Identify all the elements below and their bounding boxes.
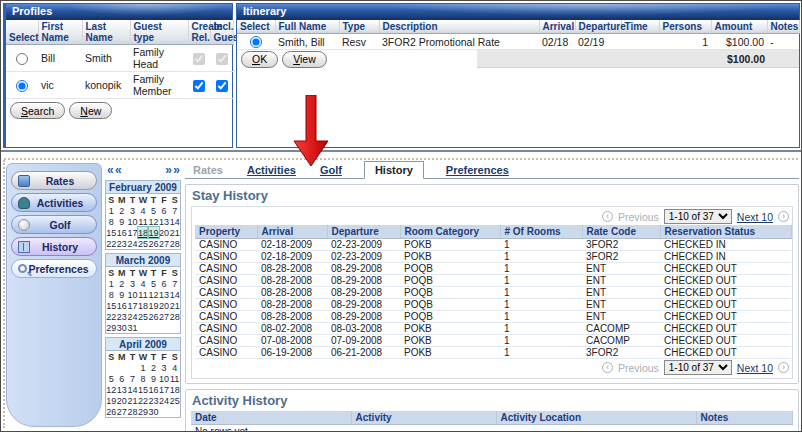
itinerary-row[interactable]: Smith, Bill Resv 3FOR2 Promotional Rate … <box>237 34 799 50</box>
calendar-day[interactable]: 14 <box>169 216 180 227</box>
next-page-icon[interactable]: › <box>778 362 789 373</box>
table-row[interactable]: CASINO08-02-200808-03-2008POKB1CACOMPCHE… <box>195 323 791 335</box>
calendar-day[interactable]: 26 <box>106 406 117 417</box>
profile-row[interactable]: vic konopik Family Member <box>6 72 233 99</box>
previous-page-icon[interactable]: ‹ <box>602 211 613 222</box>
calendar-day[interactable]: 6 <box>159 278 170 289</box>
calendar-day[interactable]: 5 <box>148 278 159 289</box>
calendar-day[interactable]: 16 <box>117 227 128 238</box>
calendar-day[interactable]: 2 <box>117 205 128 216</box>
calendar-day[interactable]: 19 <box>148 300 159 311</box>
calendar-day[interactable]: 13 <box>117 384 128 395</box>
calendar-day[interactable]: 17 <box>159 384 170 395</box>
tab-activities[interactable]: Activities <box>245 162 298 178</box>
calendar-day[interactable]: 4 <box>138 278 149 289</box>
calendar-day[interactable]: 23 <box>148 395 159 406</box>
calendar-next-icon[interactable]: » » <box>165 163 179 177</box>
calendar-day[interactable]: 11 <box>169 373 180 384</box>
calendar-day[interactable]: 2 <box>117 278 128 289</box>
calendar-day[interactable]: 14 <box>169 289 180 300</box>
calendar-day[interactable]: 2 <box>148 362 159 373</box>
next-link[interactable]: Next 10 <box>737 362 773 374</box>
calendar-day[interactable]: 25 <box>138 311 149 322</box>
profile-select-radio[interactable] <box>16 53 28 65</box>
table-row[interactable]: CASINO06-19-200806-21-2008POKB13FOR2CHEC… <box>195 347 791 359</box>
calendar-day[interactable]: 15 <box>106 227 117 238</box>
calendar-day[interactable]: 10 <box>127 216 138 227</box>
next-page-icon[interactable]: › <box>778 211 789 222</box>
calendar-day[interactable]: 18 <box>138 300 149 311</box>
calendar-day[interactable]: 25 <box>138 238 149 249</box>
table-row[interactable]: CASINO07-08-200807-09-2008POKB1CACOMPCHE… <box>195 335 791 347</box>
calendar-day[interactable]: 6 <box>159 205 170 216</box>
calendar-day[interactable]: 29 <box>138 406 149 417</box>
calendar-day[interactable]: 4 <box>169 362 180 373</box>
calendar-day[interactable]: 28 <box>169 238 180 249</box>
calendar-day[interactable]: 23 <box>117 311 128 322</box>
table-row[interactable]: CASINO02-18-200902-23-2009POKB13FOR2CHEC… <box>195 239 791 251</box>
incl-guest-checkbox[interactable] <box>216 53 228 65</box>
calendar-day[interactable]: 22 <box>138 395 149 406</box>
calendar-day[interactable]: 17 <box>127 227 138 238</box>
new-button[interactable]: New <box>69 102 112 119</box>
calendar-day[interactable]: 10 <box>127 289 138 300</box>
calendar-day[interactable]: 3 <box>159 362 170 373</box>
calendar-day[interactable]: 24 <box>159 395 170 406</box>
calendar-day[interactable]: 7 <box>127 373 138 384</box>
calendar-day[interactable]: 27 <box>117 406 128 417</box>
tab-history[interactable]: History <box>364 161 424 179</box>
tab-preferences[interactable]: Preferences <box>444 162 511 178</box>
calendar-day[interactable]: 8 <box>138 373 149 384</box>
calendar-day[interactable]: 24 <box>127 311 138 322</box>
profile-row[interactable]: Bill Smith Family Head <box>6 45 233 72</box>
calendar-day[interactable]: 11 <box>138 289 149 300</box>
calendar-day[interactable]: 9 <box>148 373 159 384</box>
calendar-day[interactable]: 22 <box>106 311 117 322</box>
calendar-day[interactable]: 30 <box>117 322 128 333</box>
calendar-day[interactable]: 15 <box>138 384 149 395</box>
calendar-day[interactable]: 4 <box>138 205 149 216</box>
calendar-day[interactable]: 1 <box>106 278 117 289</box>
table-row[interactable]: CASINO08-28-200808-29-2008POQB1ENTCHECKE… <box>195 299 791 311</box>
calendar-day[interactable]: 3 <box>127 205 138 216</box>
calendar-day[interactable]: 11 <box>138 216 149 227</box>
sidebar-item-golf[interactable]: Golf <box>11 215 97 234</box>
calendar-day[interactable]: 1 <box>138 362 149 373</box>
create-rel-checkbox[interactable] <box>193 80 205 92</box>
ok-button[interactable]: OK <box>241 51 278 68</box>
calendar-day[interactable]: 12 <box>106 384 117 395</box>
calendar-day[interactable]: 5 <box>106 373 117 384</box>
calendar-day[interactable]: 8 <box>106 216 117 227</box>
calendar-day[interactable]: 20 <box>159 300 170 311</box>
calendar-day[interactable]: 16 <box>117 300 128 311</box>
calendar-day[interactable]: 16 <box>148 384 159 395</box>
view-button[interactable]: View <box>282 51 327 68</box>
calendar-day[interactable]: 10 <box>159 373 170 384</box>
calendar-day[interactable]: 26 <box>148 238 159 249</box>
calendar-day[interactable]: 20 <box>159 227 170 238</box>
calendar-day[interactable]: 19 <box>148 227 159 238</box>
calendar-day[interactable]: 27 <box>159 238 170 249</box>
calendar-day[interactable]: 23 <box>117 238 128 249</box>
incl-guest-checkbox[interactable] <box>216 80 228 92</box>
sidebar-item-activities[interactable]: Activities <box>11 193 97 212</box>
calendar-day[interactable]: 3 <box>127 278 138 289</box>
calendar-day[interactable]: 21 <box>127 395 138 406</box>
calendar-day[interactable]: 20 <box>117 395 128 406</box>
sidebar-item-history[interactable]: History <box>11 237 97 256</box>
calendar-day[interactable]: 29 <box>106 322 117 333</box>
calendar-day[interactable]: 18 <box>169 384 180 395</box>
sidebar-item-rates[interactable]: Rates <box>11 171 97 190</box>
calendar-day[interactable]: 8 <box>106 289 117 300</box>
table-row[interactable]: CASINO02-18-200902-23-2009POKB13FOR2CHEC… <box>195 251 791 263</box>
table-row[interactable]: CASINO08-28-200808-29-2008POQB1ENTCHECKE… <box>195 287 791 299</box>
calendar-day[interactable]: 18 <box>138 227 149 238</box>
calendar-day[interactable]: 7 <box>169 205 180 216</box>
search-button[interactable]: Search <box>10 102 65 119</box>
calendar-day[interactable]: 28 <box>169 311 180 322</box>
table-row[interactable]: CASINO08-28-200808-29-2008POQB1ENTCHECKE… <box>195 275 791 287</box>
itinerary-select-radio[interactable] <box>250 36 262 48</box>
next-link[interactable]: Next 10 <box>737 211 773 223</box>
calendar-prev-icon[interactable]: « « <box>107 163 121 177</box>
table-row[interactable]: CASINO08-28-200808-29-2008POQB1ENTCHECKE… <box>195 311 791 323</box>
